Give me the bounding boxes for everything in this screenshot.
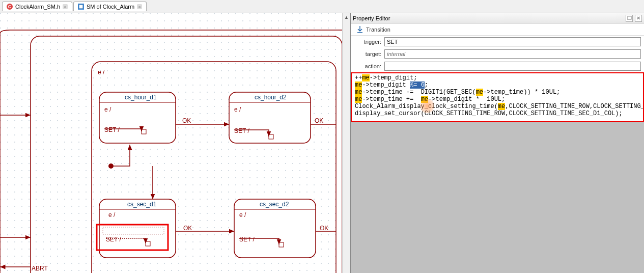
action-label: action:: [354, 63, 384, 69]
svg-text:OK: OK: [315, 117, 323, 124]
scroll-up-icon[interactable]: ▲: [343, 13, 350, 21]
svg-text:SET /: SET /: [106, 236, 121, 243]
svg-text:SET /: SET /: [104, 126, 120, 133]
svg-text:e /: e /: [108, 211, 116, 219]
svg-text:SET /: SET /: [239, 236, 255, 243]
tab-label: SM of Clock_Alarm: [87, 4, 134, 10]
svg-text:e /: e /: [104, 106, 111, 113]
svg-text:OK: OK: [182, 117, 191, 124]
svg-rect-19: [99, 199, 176, 258]
target-label: target:: [354, 51, 384, 57]
state-cs-hour-d2[interactable]: cs_hour_d2 e / SET /: [229, 92, 311, 143]
svg-text:OK: OK: [320, 225, 328, 232]
state-cs-sec-d2[interactable]: cs_sec_d2 e / SET /: [234, 199, 316, 258]
svg-text:cs_hour_d1: cs_hour_d1: [125, 94, 157, 101]
svg-text:cs_sec_d1: cs_sec_d1: [127, 201, 157, 208]
trigger-label: trigger:: [354, 39, 384, 45]
diagram-canvas[interactable]: e / cs_hour_d1 e / SET / cs_hou: [0, 13, 351, 273]
tab-label: ClockAlarm_SM.h: [15, 4, 60, 10]
svg-rect-16: [269, 134, 273, 139]
state-cs-sec-d1[interactable]: cs_sec_d1 e / SET /: [97, 199, 176, 258]
initial-state-dot: [108, 163, 114, 169]
svg-text:e /: e /: [234, 106, 241, 113]
svg-rect-26: [234, 199, 316, 258]
c-file-icon: C: [7, 4, 13, 10]
svg-text:e /: e /: [239, 211, 246, 219]
svg-rect-10: [142, 129, 146, 134]
transition-icon: [354, 25, 366, 34]
svg-rect-0: [79, 5, 83, 9]
svg-text:cs_sec_d2: cs_sec_d2: [260, 201, 289, 208]
svg-text:cs_hour_d2: cs_hour_d2: [255, 94, 287, 101]
state-cs-hour-d1[interactable]: cs_hour_d1 e / SET /: [99, 92, 176, 143]
entry-label: e /: [98, 69, 105, 76]
vertical-scrollbar[interactable]: ▲: [342, 13, 350, 273]
action-input[interactable]: [384, 62, 641, 71]
sm-file-icon: [78, 4, 84, 10]
tab-sm-clock-alarm[interactable]: SM of Clock_Alarm ×: [73, 2, 147, 11]
close-icon[interactable]: ✕: [635, 15, 642, 22]
panel-title: Property Editor: [353, 15, 390, 21]
close-icon[interactable]: ×: [137, 4, 142, 9]
tab-clockalarm-h[interactable]: C ClockAlarm_SM.h ×: [2, 2, 72, 11]
svg-text:ABRT: ABRT: [32, 265, 48, 272]
action-code-editor[interactable]: ++me->temp_digit; me->temp_digit %= 6; m…: [351, 72, 644, 122]
svg-rect-24: [146, 241, 150, 246]
trigger-input[interactable]: [384, 37, 641, 46]
property-editor-panel: Property Editor ❐ ✕ Transition trigger:: [351, 13, 644, 273]
svg-text:OK: OK: [183, 225, 192, 232]
target-input[interactable]: [384, 49, 641, 59]
svg-text:SET /: SET /: [234, 127, 249, 134]
close-icon[interactable]: ×: [63, 4, 68, 9]
undock-icon[interactable]: ❐: [626, 15, 633, 22]
svg-rect-31: [279, 242, 284, 247]
property-type-label: Transition: [366, 26, 641, 33]
tab-bar: C ClockAlarm_SM.h × SM of Clock_Alarm ×: [0, 0, 644, 13]
